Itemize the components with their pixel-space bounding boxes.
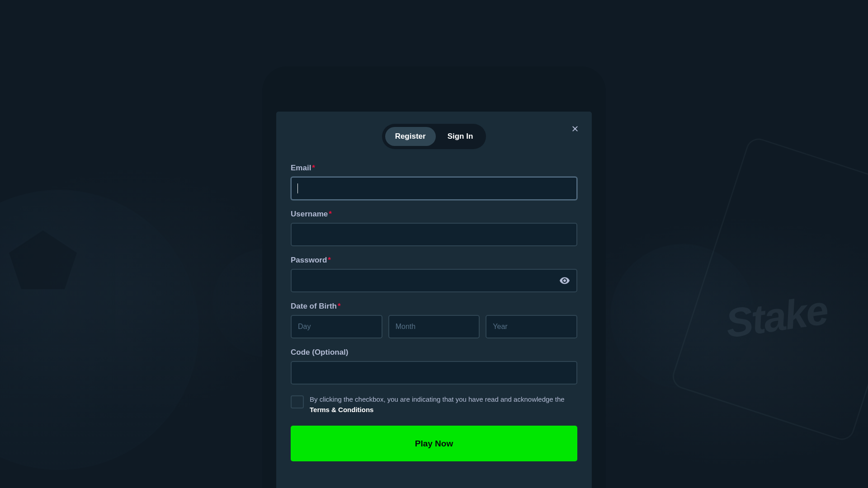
dob-row bbox=[291, 315, 577, 338]
username-input[interactable] bbox=[291, 223, 577, 246]
terms-row: By clicking the checkbox, you are indica… bbox=[291, 394, 577, 415]
code-label-text: Code (Optional) bbox=[291, 348, 348, 357]
code-input[interactable] bbox=[291, 361, 577, 385]
bg-playing-card bbox=[670, 135, 868, 443]
close-icon bbox=[571, 125, 579, 132]
required-mark: * bbox=[329, 210, 332, 218]
terms-link[interactable]: Terms & Conditions bbox=[310, 406, 373, 413]
email-label: Email* bbox=[291, 164, 577, 173]
dob-label: Date of Birth* bbox=[291, 302, 577, 311]
toggle-password-visibility[interactable] bbox=[558, 274, 571, 287]
play-now-button[interactable]: Play Now bbox=[291, 426, 577, 461]
tab-group: Register Sign In bbox=[382, 124, 486, 149]
auth-tabs: Register Sign In bbox=[291, 124, 577, 149]
email-label-text: Email bbox=[291, 164, 311, 172]
close-button[interactable] bbox=[569, 123, 581, 135]
code-group: Code (Optional) bbox=[291, 348, 577, 385]
required-mark: * bbox=[328, 256, 331, 264]
bg-soccer-ball bbox=[0, 190, 199, 470]
dob-day-input[interactable] bbox=[291, 315, 382, 338]
eye-icon bbox=[559, 275, 570, 286]
username-label: Username* bbox=[291, 210, 577, 219]
required-mark: * bbox=[312, 164, 315, 172]
dob-label-text: Date of Birth bbox=[291, 302, 337, 310]
password-wrap bbox=[291, 269, 577, 292]
username-group: Username* bbox=[291, 210, 577, 246]
tab-register[interactable]: Register bbox=[385, 127, 436, 146]
phone-frame: Register Sign In Email* Username* Passwo… bbox=[262, 66, 606, 488]
password-label-text: Password bbox=[291, 256, 327, 264]
username-label-text: Username bbox=[291, 210, 328, 218]
required-mark: * bbox=[338, 302, 341, 310]
terms-text: By clicking the checkbox, you are indica… bbox=[310, 394, 577, 415]
password-label: Password* bbox=[291, 256, 577, 265]
text-caret bbox=[297, 183, 298, 193]
password-input[interactable] bbox=[291, 269, 577, 292]
bg-ball-right bbox=[610, 244, 755, 389]
email-input[interactable] bbox=[291, 177, 577, 200]
email-group: Email* bbox=[291, 164, 577, 200]
terms-prefix: By clicking the checkbox, you are indica… bbox=[310, 395, 565, 403]
register-modal: Register Sign In Email* Username* Passwo… bbox=[276, 112, 592, 488]
dob-group: Date of Birth* bbox=[291, 302, 577, 338]
dob-month-input[interactable] bbox=[388, 315, 480, 338]
tab-signin[interactable]: Sign In bbox=[438, 127, 483, 146]
code-label: Code (Optional) bbox=[291, 348, 577, 357]
terms-checkbox[interactable] bbox=[291, 395, 304, 408]
bg-logo-text: Stake bbox=[723, 287, 830, 347]
password-group: Password* bbox=[291, 256, 577, 292]
dob-year-input[interactable] bbox=[486, 315, 577, 338]
